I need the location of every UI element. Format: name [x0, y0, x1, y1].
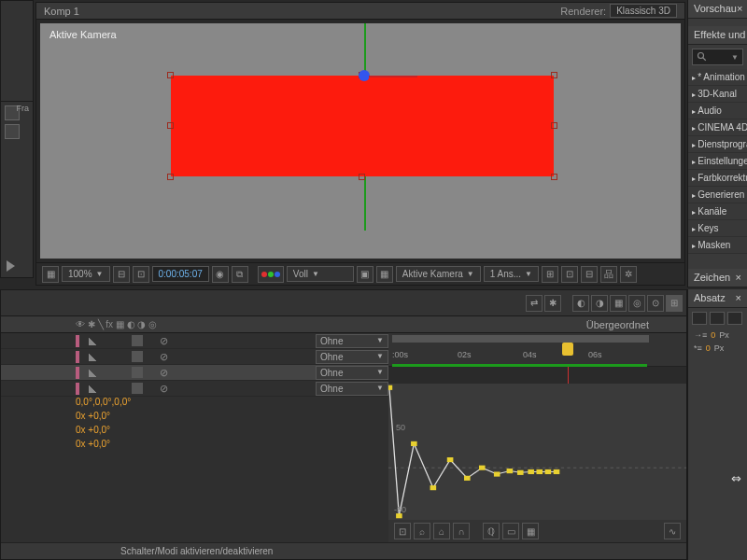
- value-graph[interactable]: 50 -50: [388, 384, 686, 520]
- zoom-dropdown[interactable]: 100%▼: [62, 266, 110, 282]
- roi-icon[interactable]: ▣: [357, 266, 374, 283]
- align-center-icon[interactable]: [710, 312, 725, 325]
- paragraph-panel-tab[interactable]: Absatz×: [688, 289, 747, 308]
- channel-icon[interactable]: [258, 266, 284, 283]
- easy-ease-icon[interactable]: ∿: [664, 523, 681, 539]
- tl-tool-icon[interactable]: ◐: [572, 295, 589, 312]
- link-icon[interactable]: ⊘: [160, 351, 168, 363]
- effect-category[interactable]: Keys: [688, 220, 747, 237]
- opt-icon[interactable]: ⊟: [113, 266, 130, 283]
- layer-row[interactable]: ⊘Ohne▼: [1, 333, 388, 349]
- fast-preview-icon[interactable]: ✲: [620, 266, 637, 283]
- x-axis-gizmo: [369, 76, 417, 77]
- tl-tool-icon[interactable]: ◑: [591, 295, 608, 312]
- graph-editor-icon[interactable]: ⊞: [666, 295, 683, 312]
- effect-category[interactable]: Generieren: [688, 187, 747, 203]
- indent-left-field[interactable]: →≡ 0 Px: [688, 329, 747, 342]
- effect-category[interactable]: * Animation: [688, 69, 747, 86]
- parent-dropdown[interactable]: Ohne▼: [316, 366, 388, 380]
- shape-layer[interactable]: [171, 76, 554, 176]
- effect-category[interactable]: Einstellungen: [688, 153, 747, 170]
- graph-opt-icon[interactable]: ▦: [522, 523, 539, 539]
- y-axis-label: 50: [396, 423, 405, 432]
- ruler-tick: :00s: [392, 350, 408, 359]
- parent-dropdown[interactable]: Ohne▼: [316, 350, 388, 364]
- shy-icon[interactable]: ✱: [544, 295, 561, 312]
- preview-panel-tab[interactable]: Vorschau×: [688, 0, 747, 19]
- timeline-panel: ⇄ ✱ ◐ ◑ ▦ ◎ ⊙ ⊞ 👁 ✱ ╲ fx ▦ ◐ ◑ ◎ Übergeo…: [0, 289, 687, 560]
- layer-row[interactable]: ⊘Ohne▼: [1, 349, 388, 365]
- views-dropdown[interactable]: 1 Ans...▼: [484, 266, 539, 282]
- effect-category[interactable]: Farbkorrektur: [688, 170, 747, 187]
- align-left-icon[interactable]: [692, 312, 707, 325]
- opt-icon[interactable]: ⊡: [133, 266, 149, 283]
- character-panel-tab[interactable]: Zeichen×: [688, 269, 747, 287]
- grid-icon[interactable]: ▦: [42, 266, 59, 283]
- effects-panel-tab[interactable]: Effekte und: [688, 26, 747, 45]
- work-area-bar[interactable]: [392, 335, 649, 343]
- snapshot-icon[interactable]: ◉: [212, 266, 229, 283]
- svg-rect-5: [411, 441, 417, 446]
- graph-editor-area[interactable]: :00s 02s 04s 06s 50 -50: [388, 333, 686, 542]
- layer-row[interactable]: ⊘Ohne▼: [1, 381, 388, 397]
- y-axis-gizmo: [364, 23, 366, 76]
- effect-category[interactable]: CINEMA 4D: [688, 119, 747, 136]
- property-value[interactable]: 0x +0,0°: [1, 411, 388, 425]
- 3d-cube-icon: [132, 351, 143, 362]
- effect-category[interactable]: Masken: [688, 237, 747, 254]
- opt-icon[interactable]: 品: [600, 266, 617, 283]
- current-time-indicator[interactable]: [562, 343, 573, 356]
- layer-row[interactable]: ⊘Ohne▼: [1, 365, 388, 381]
- opt-icon[interactable]: ⊞: [542, 266, 558, 283]
- resize-handle[interactable]: [551, 174, 557, 180]
- tl-tool-icon[interactable]: ▦: [610, 295, 627, 312]
- renderer-button[interactable]: Klassisch 3D: [610, 4, 677, 18]
- graph-opt-icon[interactable]: ⌂: [433, 523, 450, 539]
- parent-dropdown[interactable]: Ohne▼: [316, 334, 388, 348]
- composition-viewer: Komp 1 Renderer: Klassisch 3D Aktive Kam…: [35, 2, 685, 286]
- opt-icon[interactable]: ⊟: [581, 266, 598, 283]
- motion-blur-icon[interactable]: ◎: [628, 295, 645, 312]
- time-ruler[interactable]: :00s 02s 04s 06s: [388, 333, 686, 367]
- svg-rect-13: [528, 469, 534, 474]
- graph-opt-icon[interactable]: ⌕: [414, 523, 430, 539]
- indent-first-field[interactable]: *≡ 0 Px: [688, 342, 747, 355]
- effects-search-input[interactable]: ▼: [692, 49, 743, 65]
- property-value[interactable]: 0x +0,0°: [1, 425, 388, 439]
- resize-handle[interactable]: [167, 72, 174, 78]
- link-icon[interactable]: ⊘: [160, 383, 168, 395]
- resize-handle[interactable]: [551, 72, 557, 78]
- tl-tool-icon[interactable]: ⇄: [526, 295, 543, 312]
- effect-category[interactable]: 3D-Kanal: [688, 86, 747, 103]
- show-snapshot-icon[interactable]: ⧉: [232, 266, 248, 283]
- graph-opt-icon[interactable]: ▭: [502, 523, 519, 539]
- link-icon[interactable]: ⊘: [160, 367, 168, 379]
- viewport-canvas[interactable]: Aktive Kamera: [40, 23, 681, 259]
- snap-icon[interactable]: ∩: [453, 523, 470, 539]
- svg-rect-16: [554, 469, 560, 474]
- resize-handle[interactable]: [167, 174, 174, 180]
- resize-handle[interactable]: [359, 174, 365, 180]
- graph-opt-icon[interactable]: ℚ: [483, 523, 500, 539]
- opt-icon[interactable]: ⊡: [561, 266, 578, 283]
- transparency-grid-icon[interactable]: ▦: [376, 266, 393, 283]
- effect-category[interactable]: Dienstprogramm: [688, 136, 747, 153]
- align-right-icon[interactable]: [727, 312, 742, 325]
- svg-point-0: [698, 53, 704, 59]
- current-timecode[interactable]: 0:00:05:07: [152, 266, 209, 282]
- resolution-dropdown[interactable]: Voll▼: [287, 266, 354, 282]
- resize-handle[interactable]: [167, 122, 174, 129]
- link-icon[interactable]: ⊘: [160, 335, 168, 347]
- camera-view-dropdown[interactable]: Aktive Kamera▼: [396, 266, 481, 282]
- pencil-icon: [89, 352, 100, 361]
- tl-tool-icon[interactable]: ⊙: [647, 295, 664, 312]
- parent-dropdown[interactable]: Ohne▼: [316, 382, 388, 396]
- resize-handle[interactable]: [551, 122, 557, 129]
- graph-opt-icon[interactable]: ⊡: [394, 523, 411, 539]
- resize-cursor-icon: ⇔: [731, 471, 741, 485]
- timeline-footer[interactable]: Schalter/Modi aktivieren/deaktivieren: [1, 542, 686, 559]
- effect-category[interactable]: Kanäle: [688, 203, 747, 220]
- property-value[interactable]: 0,0°,0,0°,0,0°: [1, 397, 388, 411]
- property-value[interactable]: 0x +0,0°: [1, 439, 388, 453]
- effect-category[interactable]: Audio: [688, 103, 747, 119]
